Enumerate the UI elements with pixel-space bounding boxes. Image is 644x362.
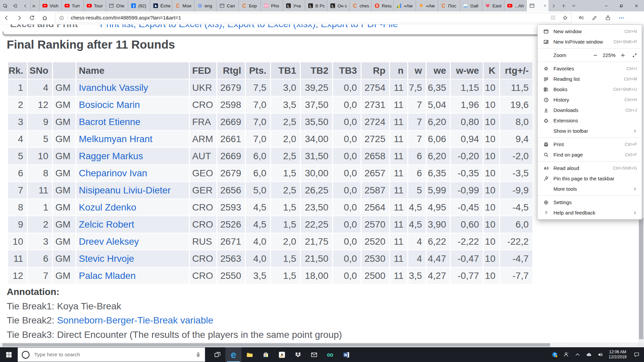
- menu-item[interactable]: DownloadsCtrl+J: [538, 105, 642, 115]
- browser-tab[interactable]: C Бор: [238, 0, 261, 11]
- player-link[interactable]: Kozul Zdenko: [79, 202, 136, 213]
- browser-tab[interactable]: L В Рс: [305, 0, 327, 11]
- browser-tab[interactable]: East: [482, 0, 504, 11]
- taskbar-clock[interactable]: 12:06 AM 12/2/2019: [609, 350, 627, 360]
- browser-tab[interactable]: «Ам: [416, 0, 438, 11]
- taskbar-app-task-view[interactable]: [209, 347, 225, 362]
- browser-tab[interactable]: Vish: [39, 0, 61, 11]
- zoom-out-icon[interactable]: [593, 53, 598, 58]
- zoom-in-icon[interactable]: [621, 53, 625, 58]
- menu-item[interactable]: Extensions: [538, 115, 642, 126]
- vertical-scrollbar-thumb[interactable]: [639, 218, 643, 339]
- browser-tab[interactable]: Gall: [460, 0, 482, 11]
- menu-item[interactable]: Show in toolbar: [538, 126, 642, 136]
- browser-tab[interactable]: L Он с: [327, 0, 349, 11]
- home-button[interactable]: [38, 11, 51, 24]
- menu-item[interactable]: FavoritesCtrl+I: [538, 63, 642, 74]
- browser-tab[interactable]: C ches: [349, 0, 371, 11]
- browser-tab[interactable]: G eng: [194, 0, 216, 11]
- favorites-hub-icon[interactable]: [574, 11, 588, 24]
- menu-item[interactable]: More tools: [538, 184, 642, 194]
- menu-item[interactable]: Settings: [538, 197, 642, 207]
- browser-tab[interactable]: ...Ah: [504, 0, 526, 11]
- player-link[interactable]: Bacrot Etienne: [79, 117, 141, 127]
- player-link[interactable]: Cheparinov Ivan: [79, 168, 147, 178]
- tb2-link[interactable]: Sonneborn-Berger-Tie-Break variable: [57, 315, 213, 325]
- menu-item[interactable]: New windowCtrl+N: [538, 26, 642, 37]
- set-tabs-aside-icon[interactable]: [10, 0, 20, 11]
- player-link[interactable]: Palac Mladen: [79, 270, 136, 281]
- fullscreen-icon[interactable]: [632, 53, 637, 58]
- menu-item[interactable]: PrintCtrl+P: [538, 139, 642, 149]
- search-input[interactable]: [34, 351, 192, 358]
- microphone-icon[interactable]: [196, 352, 201, 357]
- scroll-tabs-right-icon[interactable]: [548, 0, 558, 11]
- browser-tab[interactable]: 9 Resu: [371, 0, 393, 11]
- browser-tab[interactable]: Che: [106, 0, 128, 11]
- taskbar-search[interactable]: [17, 347, 205, 362]
- taskbar-app-mail[interactable]: [306, 347, 322, 362]
- player-link[interactable]: Dreev Aleksey: [79, 236, 139, 247]
- refresh-button[interactable]: [25, 11, 38, 24]
- taskbar-app-amazon[interactable]: a: [274, 347, 290, 362]
- player-link[interactable]: Zelcic Robert: [79, 219, 134, 230]
- browser-tab[interactable]: «Ам: [393, 0, 416, 11]
- tray-chevron-up-icon[interactable]: [572, 347, 583, 362]
- url-text[interactable]: chess-results.com/tnr488599.aspx?lan=1&a…: [71, 15, 547, 21]
- close-tab-icon[interactable]: [543, 4, 547, 7]
- browser-tab[interactable]: Pho: [261, 0, 283, 11]
- get-help-icon[interactable]: ?: [549, 347, 560, 362]
- forward-button[interactable]: [13, 11, 25, 24]
- taskbar-app-loop[interactable]: ∞: [322, 347, 338, 362]
- browser-tab[interactable]: ♞ Éche: [150, 0, 172, 11]
- taskbar-app-dropbox[interactable]: [290, 347, 306, 362]
- volume-icon[interactable]: [595, 347, 606, 362]
- back-button[interactable]: [0, 11, 13, 24]
- browser-tab[interactable]: Can: [216, 0, 238, 11]
- export-links[interactable]: Print list, Export to Excel (xls), Expor…: [100, 24, 398, 29]
- close-button[interactable]: [629, 0, 644, 11]
- player-link[interactable]: Nisipeanu Liviu-Dieter: [79, 185, 171, 195]
- player-link[interactable]: Bosiocic Marin: [79, 100, 140, 110]
- menu-item[interactable]: A Read aloudCtrl+Shift+G: [538, 163, 642, 173]
- scroll-tabs-left-icon[interactable]: [20, 0, 30, 11]
- menu-item[interactable]: Find on pageCtrl+F: [538, 149, 642, 160]
- browser-tab[interactable]: Turr: [61, 0, 84, 11]
- site-info-icon[interactable]: [55, 15, 67, 20]
- browser-tab[interactable]: f (92): [128, 0, 150, 11]
- browser-tab[interactable]: n: [30, 0, 39, 11]
- player-link[interactable]: Ivanchuk Vassily: [79, 82, 148, 93]
- browser-tab[interactable]: L Уча: [283, 0, 305, 11]
- people-icon[interactable]: [560, 347, 572, 362]
- onedrive-icon[interactable]: [583, 347, 595, 362]
- url-field[interactable]: chess-results.com/tnr488599.aspx?lan=1&a…: [55, 13, 572, 23]
- active-tab[interactable]: [526, 0, 548, 11]
- player-link[interactable]: Ragger Markus: [79, 151, 143, 161]
- player-link[interactable]: Stevic Hrvoje: [79, 253, 134, 264]
- menu-item[interactable]: BooksCtrl+Shift+U: [538, 84, 642, 95]
- menu-item[interactable]: HistoryCtrl+H: [538, 95, 642, 105]
- browser-tab[interactable]: C Мои: [172, 0, 194, 11]
- taskbar-app-explorer[interactable]: [241, 347, 258, 362]
- web-note-pen-icon[interactable]: [588, 11, 601, 24]
- new-tab-icon[interactable]: [558, 0, 569, 11]
- menu-item[interactable]: Reading listCtrl+M: [538, 74, 642, 84]
- share-icon[interactable]: [601, 11, 614, 24]
- browser-tab[interactable]: C Пос: [438, 0, 460, 11]
- reading-view-icon[interactable]: [547, 13, 559, 23]
- action-center-icon[interactable]: [629, 347, 644, 362]
- tab-list-dropdown-icon[interactable]: [569, 0, 579, 11]
- restore-button[interactable]: [614, 0, 629, 11]
- taskbar-app-edge[interactable]: e: [225, 347, 241, 362]
- menu-item[interactable]: New InPrivate windowCtrl+Shift+P: [538, 37, 642, 47]
- menu-item[interactable]: ? Help and feedback: [538, 207, 642, 218]
- tab-preview-icon[interactable]: [0, 0, 10, 11]
- player-link[interactable]: Melkumyan Hrant: [79, 134, 152, 144]
- taskbar-app-store[interactable]: [258, 347, 274, 362]
- favorite-star-icon[interactable]: [559, 13, 571, 23]
- menu-item[interactable]: Pin this page to the taskbar: [538, 173, 642, 184]
- horizontal-scrollbar[interactable]: [0, 343, 638, 347]
- start-button[interactable]: [0, 347, 17, 362]
- browser-tab[interactable]: Tour: [84, 0, 106, 11]
- settings-and-more-icon[interactable]: [614, 11, 628, 24]
